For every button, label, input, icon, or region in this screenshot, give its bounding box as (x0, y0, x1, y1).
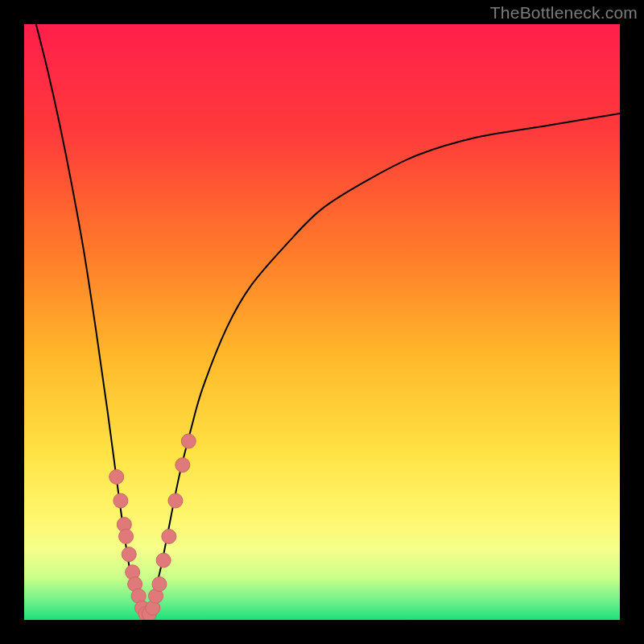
sample-dot (119, 529, 134, 543)
sample-dot (152, 577, 167, 592)
gradient-background (24, 24, 620, 620)
sample-dot (175, 458, 190, 473)
sample-dot (162, 529, 176, 543)
sample-dot (114, 493, 128, 508)
sample-dot (122, 547, 136, 562)
chart-frame: TheBottleneck.com (0, 0, 644, 644)
sample-dot (109, 469, 124, 484)
sample-dot (181, 434, 196, 448)
chart-svg (24, 24, 620, 620)
sample-dot (156, 553, 171, 568)
plot-area (24, 24, 620, 620)
sample-dot (168, 493, 183, 508)
watermark-text: TheBottleneck.com (490, 3, 638, 23)
